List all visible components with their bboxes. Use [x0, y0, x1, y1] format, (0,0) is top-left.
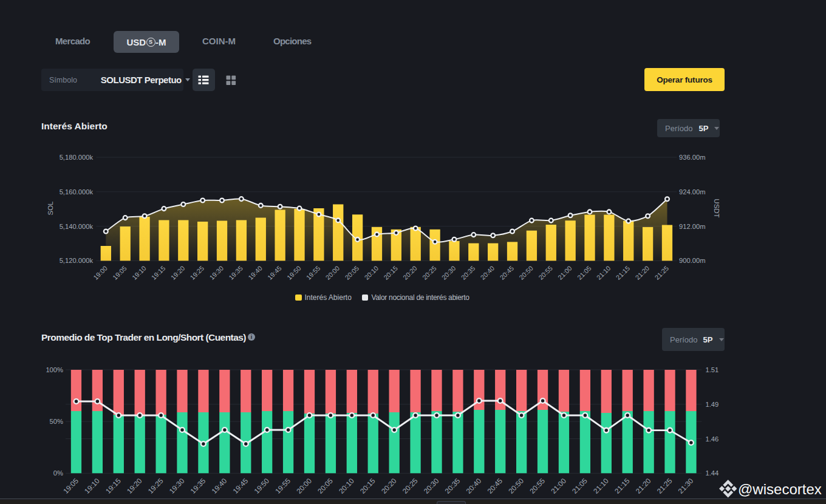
- svg-text:20:05: 20:05: [344, 264, 361, 281]
- svg-text:19:50: 19:50: [285, 264, 302, 281]
- svg-text:20:00: 20:00: [295, 477, 313, 495]
- svg-text:21:05: 21:05: [570, 477, 589, 495]
- svg-text:19:25: 19:25: [146, 477, 165, 495]
- svg-text:900.00m: 900.00m: [679, 257, 706, 264]
- svg-text:19:15: 19:15: [150, 264, 167, 281]
- svg-text:21:10: 21:10: [592, 477, 610, 495]
- svg-text:19:05: 19:05: [61, 477, 80, 495]
- svg-text:19:55: 19:55: [305, 264, 322, 281]
- svg-text:19:00: 19:00: [92, 264, 109, 281]
- svg-text:19:45: 19:45: [266, 264, 283, 281]
- svg-text:21:25: 21:25: [655, 477, 674, 495]
- svg-text:912.00m: 912.00m: [679, 223, 706, 230]
- svg-text:1.49: 1.49: [706, 401, 719, 408]
- svg-text:0%: 0%: [53, 469, 63, 477]
- svg-text:20:35: 20:35: [443, 477, 462, 495]
- svg-text:20:15: 20:15: [382, 264, 399, 281]
- svg-text:5,140.000k: 5,140.000k: [60, 223, 94, 230]
- svg-text:21:00: 21:00: [556, 264, 573, 281]
- svg-text:19:35: 19:35: [189, 477, 208, 495]
- svg-text:5,180.000k: 5,180.000k: [60, 154, 94, 161]
- svg-text:20:45: 20:45: [498, 264, 515, 281]
- svg-text:100%: 100%: [46, 366, 63, 373]
- svg-text:20:15: 20:15: [358, 477, 377, 495]
- svg-text:21:30: 21:30: [677, 477, 695, 495]
- svg-text:1.46: 1.46: [706, 435, 719, 443]
- svg-text:19:35: 19:35: [227, 264, 244, 281]
- svg-text:21:05: 21:05: [576, 264, 593, 281]
- svg-text:20:20: 20:20: [380, 477, 398, 495]
- svg-text:19:05: 19:05: [111, 264, 128, 281]
- svg-text:21:10: 21:10: [595, 264, 612, 281]
- svg-text:USDT: USDT: [713, 199, 720, 217]
- svg-text:20:25: 20:25: [421, 264, 438, 281]
- svg-text:19:20: 19:20: [169, 264, 186, 281]
- svg-text:19:15: 19:15: [104, 477, 123, 495]
- svg-text:19:50: 19:50: [252, 477, 271, 495]
- svg-text:20:10: 20:10: [363, 264, 380, 281]
- svg-text:5,120.000k: 5,120.000k: [60, 257, 94, 264]
- svg-text:20:50: 20:50: [517, 264, 534, 281]
- svg-text:19:25: 19:25: [189, 264, 206, 281]
- svg-text:20:50: 20:50: [507, 477, 525, 495]
- svg-text:20:40: 20:40: [479, 264, 496, 281]
- svg-text:20:35: 20:35: [460, 264, 477, 281]
- svg-text:21:20: 21:20: [634, 264, 651, 281]
- svg-text:924.00m: 924.00m: [679, 188, 706, 196]
- svg-text:19:55: 19:55: [273, 477, 292, 495]
- svg-text:20:55: 20:55: [537, 264, 554, 281]
- svg-text:19:10: 19:10: [131, 264, 148, 281]
- svg-text:20:10: 20:10: [337, 477, 356, 495]
- svg-text:19:30: 19:30: [208, 264, 225, 281]
- svg-text:50%: 50%: [50, 418, 63, 425]
- svg-text:19:45: 19:45: [231, 477, 250, 495]
- svg-text:21:00: 21:00: [549, 477, 568, 495]
- svg-text:20:25: 20:25: [401, 477, 420, 495]
- svg-text:19:40: 19:40: [247, 264, 264, 281]
- svg-text:1.44: 1.44: [706, 469, 719, 477]
- svg-text:19:30: 19:30: [168, 477, 186, 495]
- svg-text:20:30: 20:30: [440, 264, 457, 281]
- svg-text:5,160.000k: 5,160.000k: [60, 188, 94, 196]
- svg-text:SOL: SOL: [47, 201, 54, 216]
- svg-text:20:05: 20:05: [316, 477, 335, 495]
- svg-text:19:10: 19:10: [83, 477, 101, 495]
- svg-text:20:55: 20:55: [528, 477, 547, 495]
- svg-text:21:20: 21:20: [634, 477, 653, 495]
- svg-text:21:15: 21:15: [615, 264, 632, 281]
- svg-text:20:45: 20:45: [485, 477, 504, 495]
- svg-text:20:30: 20:30: [422, 477, 441, 495]
- svg-text:936.00m: 936.00m: [679, 154, 706, 161]
- svg-text:20:40: 20:40: [465, 477, 483, 495]
- svg-text:19:20: 19:20: [125, 477, 144, 495]
- svg-text:20:00: 20:00: [324, 264, 341, 281]
- svg-text:20:20: 20:20: [401, 264, 418, 281]
- svg-text:1.51: 1.51: [706, 366, 719, 373]
- svg-text:21:25: 21:25: [653, 264, 670, 281]
- svg-text:19:40: 19:40: [210, 477, 229, 495]
- svg-text:21:15: 21:15: [613, 477, 632, 495]
